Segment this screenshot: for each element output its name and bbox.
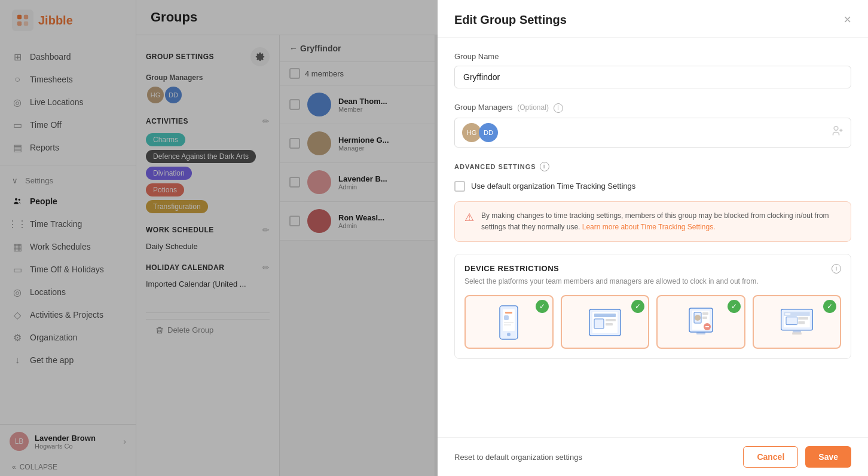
- use-default-checkbox[interactable]: [454, 181, 465, 192]
- svg-point-6: [834, 127, 838, 131]
- device-restrictions-desc: Select the platforms your team members a…: [464, 277, 841, 285]
- use-default-label: Use default organization Time Tracking S…: [471, 182, 635, 191]
- svg-rect-38: [793, 331, 801, 333]
- cancel-button[interactable]: Cancel: [743, 446, 798, 468]
- device-card-web[interactable]: ✓: [753, 295, 842, 349]
- add-person-icon[interactable]: [832, 125, 843, 140]
- modal-header: Edit Group Settings ×: [438, 0, 868, 38]
- svg-rect-35: [786, 317, 797, 325]
- svg-rect-37: [798, 321, 805, 324]
- svg-rect-13: [504, 315, 509, 320]
- kiosk-illustration: [683, 305, 719, 340]
- svg-point-11: [507, 333, 511, 336]
- modal-title: Edit Group Settings: [454, 13, 567, 27]
- svg-rect-18: [594, 314, 616, 317]
- managers-avatars: HG DD: [462, 123, 498, 142]
- group-name-form-group: Group Name: [454, 52, 851, 88]
- modal-footer: Reset to default organization settings C…: [438, 437, 868, 476]
- svg-rect-20: [606, 319, 616, 321]
- reset-link[interactable]: Reset to default organization settings: [454, 453, 582, 462]
- device-card-kiosk[interactable]: ✓: [656, 295, 745, 349]
- modal-overlay: Edit Group Settings × Group Name Group M…: [0, 0, 868, 476]
- svg-rect-21: [606, 323, 613, 325]
- svg-rect-28: [696, 332, 705, 334]
- mobile-check: ✓: [536, 300, 549, 313]
- tablet-illustration: [587, 305, 623, 340]
- svg-rect-12: [505, 312, 512, 314]
- svg-rect-34: [785, 314, 790, 315]
- footer-buttons: Cancel Save: [743, 446, 851, 468]
- svg-rect-39: [792, 333, 802, 335]
- svg-rect-27: [702, 317, 707, 319]
- svg-rect-26: [702, 312, 708, 315]
- modal-close-button[interactable]: ×: [843, 12, 851, 27]
- tablet-check: ✓: [631, 300, 644, 313]
- svg-point-25: [695, 315, 701, 321]
- advanced-settings-header: ADVANCED SETTINGS i: [454, 162, 851, 171]
- device-restrictions-box: DEVICE RESTRICTIONS i Select the platfor…: [454, 254, 851, 359]
- kiosk-check: ✓: [728, 300, 741, 313]
- device-restrictions-header: DEVICE RESTRICTIONS i: [464, 264, 841, 274]
- svg-rect-19: [594, 319, 604, 328]
- device-card-mobile[interactable]: ✓: [464, 295, 554, 349]
- svg-rect-36: [798, 317, 808, 320]
- device-restrictions-info-icon[interactable]: i: [832, 264, 841, 274]
- optional-label: (Optional): [517, 103, 549, 112]
- modal-body: Group Name Group Managers (Optional) i H…: [438, 38, 868, 437]
- managers-input-box[interactable]: HG DD: [454, 118, 851, 148]
- warning-icon: ⚠: [464, 211, 474, 224]
- manager-selected-avatar-2: DD: [479, 123, 498, 142]
- warning-text: By making changes to time tracking setti…: [481, 210, 841, 233]
- device-card-tablet[interactable]: ✓: [561, 295, 650, 349]
- advanced-settings-info-icon[interactable]: i: [540, 162, 549, 171]
- managers-info-icon[interactable]: i: [554, 103, 563, 113]
- edit-group-settings-modal: Edit Group Settings × Group Name Group M…: [438, 0, 868, 476]
- group-managers-form-group: Group Managers (Optional) i HG DD: [454, 103, 851, 148]
- save-button[interactable]: Save: [805, 446, 851, 468]
- group-managers-label: Group Managers (Optional) i: [454, 103, 851, 113]
- group-name-input[interactable]: [454, 66, 851, 88]
- web-check: ✓: [823, 300, 836, 313]
- warning-box: ⚠ By making changes to time tracking set…: [454, 201, 851, 242]
- mobile-illustration: [491, 305, 527, 340]
- device-cards: ✓: [464, 295, 841, 349]
- use-default-checkbox-row: Use default organization Time Tracking S…: [454, 181, 851, 192]
- device-restrictions-title: DEVICE RESTRICTIONS: [464, 264, 559, 273]
- warning-link[interactable]: Learn more about Time Tracking Settings.: [582, 223, 716, 231]
- group-name-label: Group Name: [454, 52, 851, 61]
- web-illustration: [779, 305, 815, 340]
